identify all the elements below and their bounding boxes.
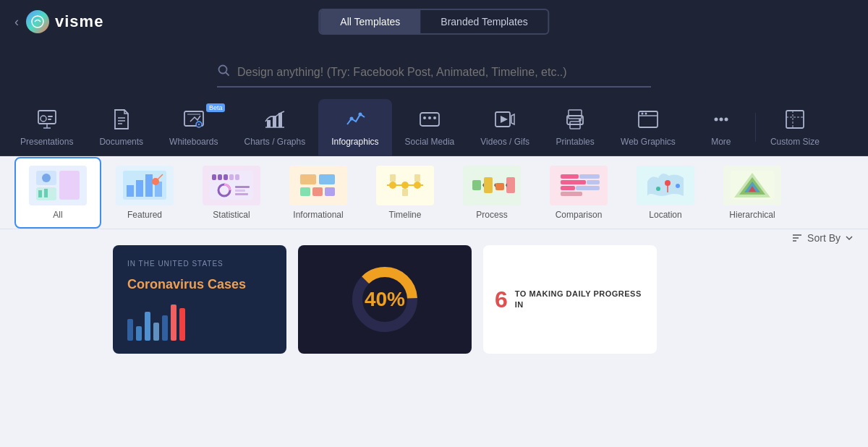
charts-icon <box>262 106 288 132</box>
svg-rect-57 <box>212 174 216 180</box>
category-presentations[interactable]: Presentations <box>7 99 86 156</box>
main-content: All Featured <box>0 156 868 447</box>
svg-rect-69 <box>300 187 310 196</box>
svg-rect-68 <box>319 174 335 184</box>
svg-rect-5 <box>48 116 53 117</box>
social-label: Social Media <box>405 137 455 147</box>
sub-cat-featured[interactable]: Featured <box>101 157 188 229</box>
sub-cat-location-label: Location <box>649 210 681 220</box>
svg-rect-6 <box>48 119 51 120</box>
sub-cat-informational[interactable]: Informational <box>275 157 362 229</box>
svg-point-32 <box>579 119 582 122</box>
sub-cat-hierarchical-label: Hierarchical <box>729 210 775 220</box>
category-more[interactable]: More <box>689 99 754 156</box>
category-web[interactable]: Web Graphics <box>608 99 689 156</box>
svg-point-4 <box>41 116 46 122</box>
sub-cat-informational-label: Informational <box>293 210 343 220</box>
sub-cat-process-thumb <box>463 166 521 205</box>
svg-rect-70 <box>312 187 323 196</box>
svg-rect-45 <box>59 171 80 200</box>
all-templates-button[interactable]: All Templates <box>320 10 420 33</box>
svg-rect-89 <box>561 174 579 179</box>
sub-cat-comparison-label: Comparison <box>556 210 603 220</box>
documents-icon <box>109 106 135 132</box>
svg-rect-83 <box>495 183 504 190</box>
sub-cat-location[interactable]: Location <box>622 157 709 229</box>
svg-rect-79 <box>414 174 420 182</box>
svg-rect-31 <box>570 122 580 129</box>
svg-point-76 <box>414 182 421 189</box>
category-documents[interactable]: Documents <box>86 99 156 156</box>
charts-label: Charts / Graphs <box>244 137 305 147</box>
svg-rect-81 <box>472 180 481 190</box>
sub-cat-comparison-thumb <box>550 166 608 205</box>
social-icon <box>417 106 443 132</box>
svg-line-2 <box>226 73 229 76</box>
category-social[interactable]: Social Media <box>392 99 468 156</box>
svg-point-46 <box>42 174 51 182</box>
branded-templates-button[interactable]: Branded Templates <box>420 10 548 33</box>
sub-cat-process[interactable]: Process <box>448 157 535 229</box>
svg-point-22 <box>358 113 362 116</box>
sub-cat-comparison[interactable]: Comparison <box>535 157 622 229</box>
category-videos[interactable]: Videos / Gifs <box>467 99 542 156</box>
cards-row: IN THE UNITED STATES Coronavirus Cases <box>0 245 868 361</box>
svg-rect-93 <box>579 174 600 179</box>
card-progress-title: TO MAKING DAILY PROGRESS IN <box>515 289 645 311</box>
logo-text: visme <box>55 12 103 31</box>
svg-point-38 <box>719 118 723 122</box>
card-coronavirus[interactable]: IN THE UNITED STATES Coronavirus Cases <box>113 245 286 354</box>
more-label: More <box>711 137 731 147</box>
sub-cat-timeline[interactable]: Timeline <box>362 157 448 229</box>
svg-rect-64 <box>235 190 245 192</box>
category-custom[interactable]: Custom Size <box>757 99 833 156</box>
custom-label: Custom Size <box>770 137 820 147</box>
svg-rect-67 <box>300 174 316 184</box>
sub-cat-statistical[interactable]: Statistical <box>188 157 275 229</box>
documents-label: Documents <box>99 137 143 147</box>
category-charts[interactable]: Charts / Graphs <box>231 99 318 156</box>
sub-cat-location-thumb <box>637 166 694 205</box>
svg-rect-40 <box>786 111 804 128</box>
category-whiteboards[interactable]: Beta Whiteboards <box>156 99 231 156</box>
svg-point-100 <box>656 187 660 191</box>
sort-button[interactable]: Sort By <box>791 232 854 244</box>
sub-cat-all-label: All <box>53 210 62 220</box>
card-daily-progress[interactable]: 6 TO MAKING DAILY PROGRESS IN <box>483 245 657 354</box>
svg-point-1 <box>219 66 227 74</box>
infographics-icon <box>342 106 368 132</box>
svg-point-24 <box>423 116 426 119</box>
svg-rect-59 <box>224 174 228 180</box>
svg-rect-29 <box>569 110 582 119</box>
svg-point-74 <box>389 182 396 189</box>
svg-point-75 <box>401 182 409 189</box>
web-label: Web Graphics <box>621 137 676 147</box>
sub-cat-hierarchical[interactable]: Hierarchical <box>709 157 796 229</box>
sub-cat-timeline-thumb <box>376 166 434 205</box>
svg-rect-52 <box>145 174 153 197</box>
svg-rect-47 <box>38 190 42 197</box>
template-toggle: All Templates Branded Templates <box>318 9 549 35</box>
svg-rect-63 <box>235 186 250 188</box>
svg-rect-17 <box>267 120 271 127</box>
svg-point-36 <box>644 113 647 115</box>
sub-cat-all[interactable]: All <box>14 157 101 229</box>
card-40percent[interactable]: 40% <box>298 245 472 354</box>
card-progress-number: 6 <box>495 286 508 313</box>
svg-rect-86 <box>506 177 515 193</box>
videos-label: Videos / Gifs <box>480 137 529 147</box>
category-infographics[interactable]: Infographics <box>318 99 391 156</box>
cat-separator <box>755 113 756 142</box>
svg-rect-90 <box>561 180 586 184</box>
back-button[interactable]: ‹ <box>14 14 19 30</box>
sub-cat-statistical-label: Statistical <box>213 210 250 220</box>
logo-icon <box>26 10 49 33</box>
svg-point-99 <box>676 184 680 188</box>
svg-rect-48 <box>44 189 48 197</box>
svg-rect-60 <box>229 174 234 180</box>
category-printables[interactable]: Printables <box>542 99 608 156</box>
svg-rect-51 <box>136 180 143 197</box>
search-input[interactable] <box>237 66 651 79</box>
svg-rect-61 <box>235 174 239 180</box>
printables-icon <box>562 106 588 132</box>
